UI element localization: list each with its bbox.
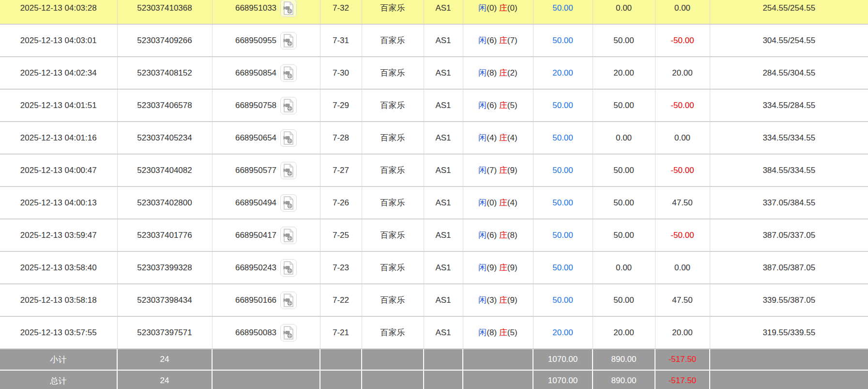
table-row[interactable]: 2025-12-13 04:01:16523037405234668950654…	[0, 122, 868, 154]
round-cell: 7-23	[320, 251, 362, 284]
game-name-cell: 百家乐	[362, 154, 424, 187]
order-id-text: 523037402800	[137, 198, 192, 207]
video-replay-button[interactable]	[280, 227, 297, 244]
table-row[interactable]: 2025-12-13 04:01:51523037406578668950758…	[0, 89, 868, 122]
table-name-text: AS1	[435, 328, 451, 337]
game-id-group: 668950654	[235, 129, 297, 147]
time-text: 2025-12-13 03:57:55	[20, 328, 97, 337]
player-result-count: (0)	[487, 198, 497, 207]
bet-amount-link[interactable]: 50.00	[552, 231, 573, 240]
subtotal-bet: 1070.00	[548, 355, 578, 364]
bet-amount-link[interactable]: 50.00	[552, 296, 573, 305]
bet-amount-link[interactable]: 50.00	[552, 263, 573, 272]
game-name-cell: 百家乐	[362, 122, 424, 154]
balance-cell: 304.55/254.55	[710, 24, 868, 57]
valid-amount-cell: 20.00	[593, 316, 655, 349]
video-replay-button[interactable]	[280, 129, 297, 147]
bet-amount-link[interactable]: 50.00	[552, 166, 573, 175]
bet-amount-link[interactable]: 50.00	[552, 133, 573, 142]
table-row[interactable]: 2025-12-13 04:03:28523037410368668951033…	[0, 0, 868, 24]
valid-amount-text: 20.00	[613, 68, 634, 78]
game-id-group: 668950577	[235, 162, 297, 179]
game-id-group: 668951033	[235, 0, 297, 17]
game-name-cell: 百家乐	[362, 57, 424, 89]
empty-cell	[463, 349, 533, 370]
bet-amount-cell: 50.00	[533, 89, 593, 122]
order-id-cell: 523037401776	[117, 219, 212, 251]
table-name-cell: AS1	[424, 316, 463, 349]
result-cell: 闲(8) 庄(5)	[463, 316, 533, 349]
round-text: 7-28	[333, 133, 349, 142]
table-row[interactable]: 2025-12-13 03:59:47523037401776668950417…	[0, 219, 868, 251]
winloss-text: 20.00	[672, 68, 693, 78]
bet-amount-cell: 50.00	[533, 122, 593, 154]
bet-amount-link[interactable]: 50.00	[552, 101, 573, 110]
total-label-cell: 总计	[0, 370, 117, 389]
subtotal-valid: 890.00	[611, 355, 637, 364]
balance-text: 334.55/284.55	[762, 101, 815, 110]
time-text: 2025-12-13 03:58:18	[20, 296, 97, 305]
video-icon	[282, 326, 295, 340]
video-replay-button[interactable]	[280, 32, 297, 49]
game-id-text: 668950854	[235, 68, 276, 78]
video-replay-button[interactable]	[280, 64, 297, 82]
game-id-text: 668950494	[235, 198, 276, 208]
round-cell: 7-21	[320, 316, 362, 349]
balance-cell: 387.05/337.05	[710, 219, 868, 251]
banker-result-label: 庄	[499, 3, 507, 13]
order-id-cell: 523037405234	[117, 122, 212, 154]
video-replay-button[interactable]	[280, 259, 297, 277]
bet-amount-link[interactable]: 50.00	[552, 36, 573, 45]
video-replay-button[interactable]	[280, 97, 297, 114]
game-name-text: 百家乐	[381, 263, 405, 272]
balance-cell: 339.55/387.05	[710, 284, 868, 316]
bet-amount-link[interactable]: 50.00	[552, 3, 573, 13]
game-name-text: 百家乐	[381, 198, 405, 207]
valid-amount-text: 20.00	[613, 328, 634, 337]
subtotal-count: 24	[160, 355, 169, 364]
video-icon	[282, 66, 295, 80]
table-row[interactable]: 2025-12-13 03:58:18523037398434668950166…	[0, 284, 868, 316]
balance-cell: 284.55/304.55	[710, 57, 868, 89]
table-name-cell: AS1	[424, 154, 463, 187]
table-name-text: AS1	[435, 166, 451, 175]
balance-text: 387.05/387.05	[762, 263, 815, 272]
banker-result-label: 庄	[499, 68, 507, 78]
banker-result-count: (2)	[507, 68, 518, 78]
table-row[interactable]: 2025-12-13 04:00:47523037404082668950577…	[0, 154, 868, 187]
banker-result-count: (9)	[507, 263, 518, 272]
winloss-cell: -50.00	[655, 89, 710, 122]
video-replay-button[interactable]	[280, 162, 297, 179]
table-row[interactable]: 2025-12-13 04:03:01523037409266668950955…	[0, 24, 868, 57]
subtotal-valid-cell: 890.00	[593, 349, 655, 370]
winloss-cell: -50.00	[655, 219, 710, 251]
video-replay-button[interactable]	[280, 324, 297, 342]
time-cell: 2025-12-13 04:03:01	[0, 24, 117, 57]
bet-amount-link[interactable]: 20.00	[552, 68, 573, 78]
table-row[interactable]: 2025-12-13 03:57:55523037397571668950083…	[0, 316, 868, 349]
valid-amount-cell: 50.00	[593, 187, 655, 219]
video-replay-button[interactable]	[280, 292, 297, 309]
banker-result-label: 庄	[499, 231, 507, 240]
table-row[interactable]: 2025-12-13 03:58:40523037399328668950243…	[0, 251, 868, 284]
total-row: 总计241070.00890.00-517.50	[0, 370, 868, 389]
round-text: 7-22	[333, 296, 349, 305]
game-name-text: 百家乐	[381, 166, 405, 175]
player-result-count: (3)	[487, 296, 497, 305]
game-name-cell: 百家乐	[362, 316, 424, 349]
bet-amount-link[interactable]: 20.00	[552, 328, 573, 337]
winloss-cell: 47.50	[655, 284, 710, 316]
round-text: 7-31	[333, 36, 349, 45]
video-replay-button[interactable]	[280, 0, 297, 17]
bet-amount-link[interactable]: 50.00	[552, 198, 573, 207]
winloss-cell: 0.00	[655, 122, 710, 154]
order-id-text: 523037410368	[137, 3, 192, 13]
table-row[interactable]: 2025-12-13 04:02:34523037408152668950854…	[0, 57, 868, 89]
valid-amount-text: 50.00	[613, 36, 634, 45]
video-replay-button[interactable]	[280, 194, 297, 212]
table-row[interactable]: 2025-12-13 04:00:13523037402800668950494…	[0, 187, 868, 219]
bet-amount-cell: 50.00	[533, 154, 593, 187]
game-id-cell: 668950955	[212, 24, 320, 57]
time-text: 2025-12-13 03:58:40	[20, 263, 97, 272]
valid-amount-text: 0.00	[616, 263, 632, 272]
